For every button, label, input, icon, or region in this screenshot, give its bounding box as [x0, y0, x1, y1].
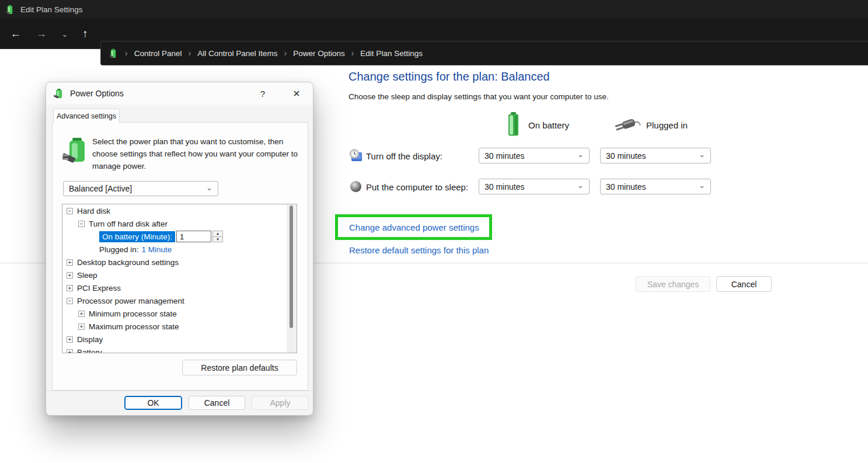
tree-item-turn-off-hard-disk-after[interactable]: − Turn off hard disk after: [62, 217, 297, 230]
apply-button[interactable]: Apply: [252, 396, 309, 410]
dialog-panel: Select the power plan that you want to c…: [52, 122, 308, 391]
tree-item-minimum-processor-state[interactable]: + Minimum processor state: [62, 307, 297, 320]
sleep-plugged-in-select[interactable]: 30 minutes ⌄: [600, 179, 711, 194]
tree-item-label: Display: [77, 335, 103, 344]
tree-item-label: PCI Express: [77, 284, 121, 293]
chevron-down-icon: ⌄: [577, 150, 584, 159]
plugged-in-value-link[interactable]: 1 Minute: [142, 245, 172, 254]
tree-item-display[interactable]: + Display: [62, 333, 297, 346]
expand-icon[interactable]: +: [67, 272, 73, 279]
navigation-toolbar: ← → ⌄ ↑ › Control Panel › All Control Pa…: [0, 19, 868, 49]
minutes-spinner: ▲ ▼: [212, 231, 223, 242]
select-value: 30 minutes: [484, 151, 524, 161]
breadcrumb-control-panel[interactable]: Control Panel: [134, 49, 182, 58]
dialog-cancel-button[interactable]: Cancel: [189, 396, 245, 410]
chevron-down-icon: ⌄: [699, 150, 705, 159]
tree-item-label: Processor power management: [77, 297, 184, 305]
tree-scrollbar[interactable]: [287, 204, 297, 353]
dialog-description: Select the power plan that you want to c…: [92, 135, 299, 172]
dialog-titlebar: Power Options ? ✕: [46, 82, 313, 105]
tree-item-label: Desktop background settings: [77, 258, 179, 267]
change-advanced-power-settings-link[interactable]: Change advanced power settings: [349, 222, 479, 232]
tree-item-hard-disk[interactable]: − Hard disk: [62, 204, 297, 217]
tree-item-maximum-processor-state[interactable]: + Maximum processor state: [62, 320, 297, 333]
recent-locations-chevron-icon[interactable]: ⌄: [54, 19, 76, 49]
plugged-in-column-label: Plugged in: [646, 120, 688, 130]
expand-icon[interactable]: +: [67, 285, 73, 291]
up-button[interactable]: ↑: [74, 19, 96, 49]
window-title: Edit Plan Settings: [20, 5, 83, 14]
tree-item-pci-express[interactable]: + PCI Express: [62, 281, 297, 294]
tree-item-label: Turn off hard disk after: [89, 220, 168, 228]
tree-item-label: Maximum processor state: [89, 322, 179, 331]
page-title: Change settings for the plan: Balanced: [348, 70, 550, 83]
tree-item-label: Sleep: [77, 271, 97, 280]
breadcrumb-edit-plan-settings[interactable]: Edit Plan Settings: [360, 49, 423, 58]
on-battery-column-label: On battery: [528, 120, 569, 130]
forward-button[interactable]: →: [30, 19, 53, 49]
restore-default-settings-link[interactable]: Restore default settings for this plan: [349, 245, 489, 255]
chevron-down-icon: ⌄: [206, 183, 212, 192]
expand-icon[interactable]: +: [67, 259, 73, 266]
expand-icon[interactable]: +: [67, 336, 73, 343]
power-battery-icon: [5, 5, 15, 15]
tab-advanced-settings[interactable]: Advanced settings: [53, 109, 120, 123]
expand-icon[interactable]: +: [67, 349, 73, 354]
dialog-footer-divider: [46, 391, 313, 391]
address-bar[interactable]: › Control Panel › All Control Panel Item…: [100, 41, 868, 65]
tree-item-label: Hard disk: [77, 207, 110, 215]
advanced-settings-tree: − Hard disk − Turn off hard disk after O…: [62, 204, 297, 353]
spin-down-icon[interactable]: ▼: [213, 236, 222, 242]
plugged-in-icon: [612, 116, 641, 133]
power-battery-icon: [109, 48, 118, 58]
breadcrumb-power-options[interactable]: Power Options: [293, 49, 345, 58]
power-plan-select[interactable]: Balanced [Active] ⌄: [63, 181, 218, 196]
sleep-sphere-icon: [350, 180, 362, 193]
close-icon[interactable]: ✕: [287, 82, 306, 105]
plugged-in-label: Plugged in:: [99, 245, 139, 254]
tree-item-plugged-in: Plugged in: 1 Minute: [62, 243, 297, 256]
select-value: 30 minutes: [606, 151, 646, 161]
select-value: 30 minutes: [606, 182, 646, 192]
breadcrumb-separator-icon: ›: [188, 48, 191, 58]
select-value: Balanced [Active]: [69, 184, 132, 193]
tree-item-processor-power-management[interactable]: − Processor power management: [62, 294, 297, 307]
expand-icon[interactable]: +: [78, 323, 85, 330]
back-button[interactable]: ←: [5, 19, 27, 49]
put-computer-to-sleep-label: Put the computer to sleep:: [366, 182, 468, 192]
on-battery-minute-label[interactable]: On battery (Minute):: [99, 231, 175, 242]
power-options-dialog: Power Options ? ✕ Advanced settings Sele…: [46, 82, 313, 416]
tree-item-sleep[interactable]: + Sleep: [62, 269, 297, 281]
display-on-battery-select[interactable]: 30 minutes ⌄: [479, 148, 590, 163]
collapse-icon[interactable]: −: [67, 208, 73, 214]
chevron-down-icon: ⌄: [577, 181, 584, 190]
spin-up-icon[interactable]: ▲: [213, 231, 222, 236]
window-titlebar: Edit Plan Settings: [0, 0, 868, 19]
collapse-icon[interactable]: −: [78, 221, 85, 227]
breadcrumb-all-control-panel-items[interactable]: All Control Panel Items: [197, 49, 277, 58]
display-clock-icon: [349, 149, 362, 162]
on-battery-minutes-input[interactable]: 1: [176, 231, 211, 242]
restore-plan-defaults-button[interactable]: Restore plan defaults: [182, 360, 297, 375]
page-cancel-button[interactable]: Cancel: [716, 276, 772, 292]
tree-item-label: Battery: [77, 348, 102, 354]
display-plugged-in-select[interactable]: 30 minutes ⌄: [600, 148, 711, 163]
save-changes-button[interactable]: Save changes: [636, 276, 710, 292]
page-subtitle: Choose the sleep and display settings th…: [348, 92, 609, 101]
sleep-on-battery-select[interactable]: 30 minutes ⌄: [479, 179, 590, 194]
ok-button[interactable]: OK: [124, 396, 182, 410]
tree-item-desktop-background-settings[interactable]: + Desktop background settings: [62, 256, 297, 269]
tree-scrollbar-thumb[interactable]: [290, 206, 293, 328]
breadcrumb-separator-icon: ›: [351, 48, 354, 58]
expand-icon[interactable]: +: [78, 311, 85, 317]
tree-item-battery[interactable]: + Battery: [62, 346, 297, 353]
power-battery-plug-icon: [62, 137, 89, 165]
chevron-down-icon: ⌄: [699, 181, 705, 190]
turn-off-display-label: Turn off the display:: [366, 151, 442, 161]
select-value: 30 minutes: [484, 182, 524, 192]
tree-item-label: Minimum processor state: [89, 309, 177, 318]
breadcrumb-separator-icon: ›: [284, 48, 287, 58]
collapse-icon[interactable]: −: [67, 298, 73, 304]
help-button[interactable]: ?: [254, 82, 271, 105]
power-battery-plug-icon: [53, 88, 64, 99]
